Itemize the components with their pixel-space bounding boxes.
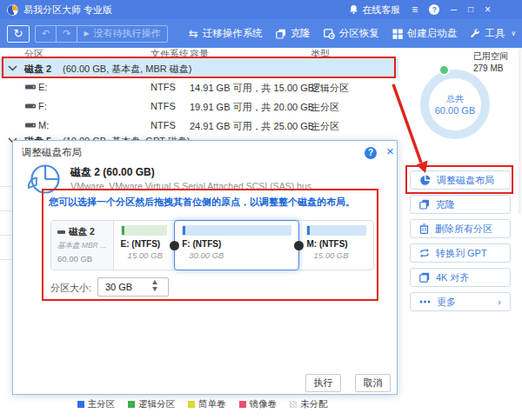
clone-icon — [276, 29, 286, 39]
table-row-partition-e[interactable]: E: NTFS 14.91 GB 可用，共 15.00 GB 逻辑分区 — [0, 77, 398, 97]
dialog-title: 调整磁盘布局 — [22, 146, 82, 159]
pending-operations-group: ↶ ↷ ▶ 没有待执行操作 — [35, 25, 168, 43]
wrench-icon — [470, 29, 480, 39]
sidebar-button-more[interactable]: 更多 › — [410, 292, 511, 311]
redo-button[interactable]: ↷ — [56, 26, 77, 42]
legend-logical: 逻辑分区 — [128, 398, 175, 410]
partition-size-input[interactable] — [97, 277, 169, 297]
online-support-button[interactable]: 在线客服 — [349, 3, 400, 17]
spinner-down-icon[interactable] — [152, 287, 157, 291]
partition-block-m[interactable]: M: (NTFS) 15.00 GB — [299, 221, 373, 270]
clone-label: 克隆 — [436, 198, 455, 211]
sidebar-button-adjust-layout[interactable]: 调整磁盘布局 — [410, 170, 511, 190]
undo-icon: ↶ — [42, 28, 50, 39]
convert-icon — [419, 248, 430, 258]
partition-block-label: E: (NTFS) — [121, 239, 168, 249]
pending-operations-label: 没有待执行操作 — [94, 27, 161, 40]
create-boot-disk-label: 创建启动盘 — [407, 27, 458, 40]
partition-recovery-button[interactable]: 分区恢复 — [324, 27, 379, 40]
usage-strip — [182, 225, 291, 236]
partition-type: 主分区 — [311, 101, 339, 114]
sidebar-button-clone[interactable]: 克隆 — [410, 195, 511, 214]
more-label: 更多 — [437, 296, 456, 309]
bar-disk-name: 磁盘 2 — [69, 226, 95, 238]
dialog-help-icon[interactable]: ? — [365, 147, 377, 159]
legend-unallocated: 未分配 — [290, 398, 328, 410]
partition-block-f-selected[interactable]: F: (NTFS) 30.00 GB — [174, 220, 299, 270]
execute-button[interactable]: 执行 — [305, 374, 341, 392]
scrollbar[interactable] — [519, 49, 521, 214]
legend-mirror-volume: 镜像卷 — [239, 398, 278, 410]
adjust-layout-label: 调整磁盘布局 — [437, 174, 494, 187]
close-button[interactable]: × — [485, 0, 491, 19]
convert-gpt-label: 转换到 GPT — [436, 247, 487, 260]
dialog-disk-title: 磁盘 2 (60.00 GB) — [70, 165, 155, 180]
partition-capacity: 19.91 GB 可用，共 20.00 GB — [190, 101, 314, 114]
drive-icon — [25, 103, 36, 110]
minimize-button[interactable]: – — [451, 0, 457, 19]
row-divider — [0, 210, 11, 211]
app-title: 易我分区大师 专业版 — [23, 3, 112, 17]
sidebar: 已用空间 279 MB 总共 60.00 GB 调整磁盘布局 克隆 — [400, 48, 522, 420]
sidebar-button-convert-gpt[interactable]: 转换到 GPT — [410, 243, 511, 263]
clone-toolbar-button[interactable]: 克隆 — [276, 27, 311, 40]
table-row-disk2[interactable]: 磁盘 2 (60.00 GB, 基本盘, MBR 磁盘) — [0, 58, 398, 77]
disk-pie-icon — [25, 162, 64, 200]
partition-block-size: 15.00 GB — [128, 250, 168, 260]
tools-menu-button[interactable]: 工具 ∨ — [470, 27, 516, 40]
trash-icon — [419, 223, 429, 234]
partition-recovery-label: 分区恢复 — [339, 27, 379, 40]
migrate-os-button[interactable]: ⇆ 迁移操作系统 — [189, 27, 263, 40]
row-divider — [0, 259, 11, 260]
total-value: 60.00 GB — [435, 105, 475, 116]
disk2-detail: (60.00 GB, 基本盘, MBR 磁盘) — [63, 63, 192, 76]
partition-legend: 主分区 逻辑分区 简单卷 镜像卷 未分配 — [0, 398, 405, 410]
legend-swatch-unallocated — [290, 401, 297, 408]
undo-button[interactable]: ↶ — [36, 26, 56, 42]
bell-icon — [349, 4, 358, 15]
migrate-os-icon: ⇆ — [189, 27, 198, 40]
refresh-button[interactable]: ↻ — [7, 25, 30, 43]
partition-name: E: — [38, 82, 47, 92]
size-spinner[interactable] — [152, 280, 157, 291]
sidebar-button-4k-align[interactable]: 4K 对齐 — [410, 268, 511, 287]
redo-icon: ↷ — [63, 28, 70, 39]
execute-pending-button[interactable]: ▶ 没有待执行操作 — [77, 26, 166, 42]
migrate-os-label: 迁移操作系统 — [203, 27, 263, 40]
sidebar-button-delete-all[interactable]: 删除所有分区 — [410, 219, 511, 238]
toolbar: ↻ ↶ ↷ ▶ 没有待执行操作 ⇆ 迁移操作系统 — [0, 19, 522, 48]
clone-icon — [419, 199, 430, 210]
partition-name: F: — [38, 101, 47, 111]
partition-type: 逻辑分区 — [311, 82, 349, 95]
cancel-button[interactable]: 取消 — [355, 374, 391, 392]
adjust-layout-dialog: 调整磁盘布局 ? × 磁盘 2 (60.00 GB) VMware, VMwar… — [12, 140, 398, 395]
menu-icon[interactable]: ≡ — [412, 0, 418, 19]
maximize-button[interactable]: □ — [468, 0, 473, 19]
table-row-partition-f[interactable]: F: NTFS 19.91 GB 可用，共 20.00 GB 主分区 — [0, 97, 398, 116]
partition-bar-disk-info: 磁盘 2 基本盘 MBR ... 60.00 GB — [51, 221, 114, 270]
clone-toolbar-label: 克隆 — [291, 27, 311, 40]
titlebar: 易我分区大师 专业版 在线客服 ≡ ? – □ × — [0, 0, 522, 19]
partition-block-label: M: (NTFS) — [306, 239, 366, 249]
create-boot-disk-button[interactable]: 创建启动盘 — [392, 27, 458, 40]
table-header: 分区 文件系统 容量 类型 — [0, 48, 398, 58]
legend-label: 逻辑分区 — [138, 398, 175, 410]
drive-icon — [25, 83, 36, 90]
legend-swatch-mirror — [239, 401, 246, 408]
help-icon[interactable]: ? — [429, 4, 439, 15]
drive-icon — [25, 122, 36, 129]
row-divider — [0, 186, 11, 187]
partition-block-e[interactable]: E: (NTFS) 15.00 GB — [114, 221, 175, 270]
partition-capacity: 14.91 GB 可用，共 15.00 GB — [190, 82, 314, 95]
tools-menu-label: 工具 — [485, 27, 505, 40]
four-k-align-label: 4K 对齐 — [436, 271, 470, 284]
legend-label: 简单卷 — [198, 398, 226, 410]
resize-handle-left[interactable] — [170, 241, 179, 250]
legend-label: 未分配 — [300, 398, 328, 410]
spinner-up-icon[interactable] — [152, 280, 157, 284]
legend-label: 主分区 — [88, 398, 116, 410]
online-support-label: 在线客服 — [362, 3, 400, 17]
row-divider — [0, 235, 11, 236]
dialog-close-icon[interactable]: × — [386, 143, 394, 158]
chevron-right-icon: › — [498, 297, 501, 307]
